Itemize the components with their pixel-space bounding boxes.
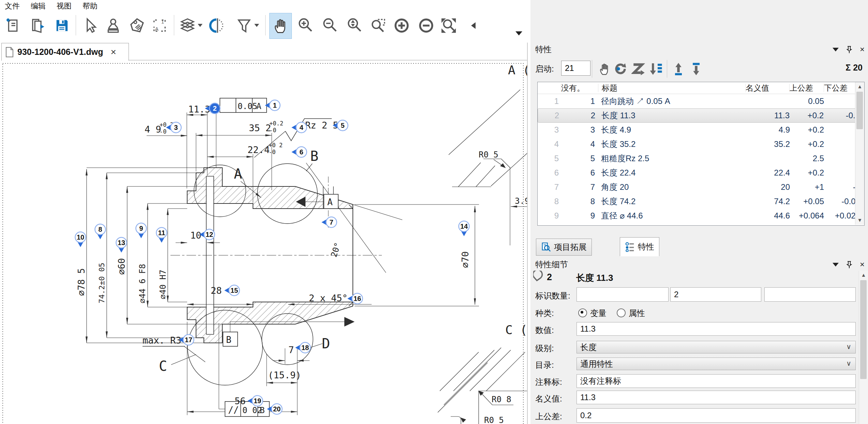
dim-text: 4 9 bbox=[145, 124, 161, 135]
radio-variable-label: 变量 bbox=[590, 308, 607, 319]
balloon-icon bbox=[533, 271, 545, 284]
balloon-7[interactable]: 7 bbox=[321, 217, 337, 228]
radio-variable[interactable] bbox=[578, 308, 587, 317]
list-down-icon[interactable] bbox=[648, 61, 664, 77]
filter-dropdown-icon[interactable] bbox=[254, 24, 259, 27]
dim-text: 0 02 bbox=[242, 406, 262, 415]
panel-close-icon[interactable]: × bbox=[860, 45, 865, 54]
filter-button[interactable] bbox=[233, 13, 255, 38]
dim-text: A bbox=[234, 166, 242, 182]
id-qty-input-1[interactable] bbox=[577, 287, 669, 302]
document-tab[interactable]: 930-1200-406-V1.dwg × bbox=[1, 43, 129, 61]
id-qty-input-2[interactable]: 2 bbox=[670, 287, 761, 302]
properties-table: 没有。标题名义值上公差下公差 11径向跳动 ↗ 0.05 A0.0522长度 1… bbox=[537, 82, 865, 226]
details-pin-icon[interactable] bbox=[846, 261, 852, 268]
detail-view-a bbox=[449, 90, 527, 187]
table-row-2[interactable]: 22长度 11.311.3+0.2-0.2 bbox=[538, 108, 864, 123]
panel-menu-icon[interactable] bbox=[833, 48, 839, 51]
tab-properties[interactable]: 特性 bbox=[620, 237, 659, 256]
save-button[interactable] bbox=[51, 13, 73, 38]
svg-text:12: 12 bbox=[206, 231, 213, 238]
dim-text: R0 5 bbox=[479, 150, 498, 160]
pin-icon[interactable] bbox=[846, 46, 852, 53]
balloon-1[interactable]: 1 bbox=[265, 100, 280, 111]
balloon-8[interactable]: 8 bbox=[95, 224, 106, 240]
mirror-button[interactable] bbox=[207, 13, 228, 38]
id-qty-input-3[interactable] bbox=[764, 287, 856, 302]
table-row-4[interactable]: 44长度 35.235.2+0.20 bbox=[538, 137, 864, 151]
dim-text: R0 8 bbox=[492, 395, 511, 404]
balloon-13[interactable]: 13 bbox=[116, 238, 127, 253]
balloon-18[interactable]: 18 bbox=[295, 343, 311, 353]
pan-hand-button[interactable] bbox=[269, 13, 292, 39]
table-header[interactable]: 没有。标题名义值上公差下公差 bbox=[538, 82, 864, 94]
drawing-viewport[interactable]: 11.34 9+0 2-035 2+0.2-022.4+0 2-0Rz 2 51… bbox=[0, 61, 527, 424]
table-row-5[interactable]: 55粗糙度Rz 2.52.5 bbox=[538, 151, 864, 166]
layers-dropdown-icon[interactable] bbox=[198, 24, 203, 27]
table-row-7[interactable]: 77角度 2020+1-1 bbox=[538, 180, 864, 194]
table-row-6[interactable]: 66长度 22.422.4+0.20 bbox=[538, 166, 864, 180]
nominal-input[interactable]: 11.3 bbox=[577, 391, 856, 404]
note-input[interactable]: 没有注释标 bbox=[577, 374, 856, 388]
tab-project-expand[interactable]: 项目拓展 bbox=[536, 239, 592, 256]
technical-drawing: 11.34 9+0 2-035 2+0.2-022.4+0 2-0Rz 2 51… bbox=[0, 61, 527, 424]
move-bottom-icon[interactable] bbox=[688, 61, 704, 77]
table-row-1[interactable]: 11径向跳动 ↗ 0.05 A0.05 bbox=[538, 94, 864, 108]
open-document-button[interactable] bbox=[27, 13, 49, 38]
balloon-15[interactable]: 15 bbox=[224, 285, 240, 296]
tab-list-dropdown-icon[interactable] bbox=[515, 31, 522, 35]
menu-item-2[interactable]: 编辑 bbox=[29, 0, 48, 12]
menu-item-3[interactable]: 视图 bbox=[55, 0, 74, 12]
start-input[interactable] bbox=[561, 61, 590, 76]
level-label: 级别: bbox=[535, 343, 554, 354]
table-row-9[interactable]: 99直径 ⌀ 44.644.6+0.064+0.025 bbox=[538, 209, 864, 223]
upper-tol-input[interactable]: 0.2 bbox=[577, 408, 856, 423]
properties-panel-title: 特性 bbox=[535, 44, 552, 55]
new-document-button[interactable] bbox=[3, 13, 25, 38]
right-panel: 特性 × 启动: Σ 20 没有。标题名义值上公 bbox=[530, 0, 868, 424]
balloon-6[interactable]: 6 bbox=[291, 147, 307, 157]
increase-button[interactable] bbox=[391, 13, 413, 38]
zoom-dynamic-button[interactable] bbox=[344, 13, 365, 38]
tab-close-icon[interactable]: × bbox=[111, 47, 116, 58]
value-input[interactable]: 11.3 bbox=[577, 322, 856, 336]
zoom-dynamic-icon bbox=[346, 17, 363, 34]
svg-text:3: 3 bbox=[174, 124, 178, 131]
details-menu-icon[interactable] bbox=[833, 263, 839, 267]
radio-attribute[interactable] bbox=[617, 308, 626, 317]
tag-button[interactable] bbox=[126, 13, 148, 38]
balloon-12[interactable]: 12 bbox=[199, 229, 215, 240]
balloon-10[interactable]: 10 bbox=[75, 232, 86, 247]
layers-button[interactable] bbox=[177, 13, 198, 38]
table-row-3[interactable]: 33长度 4.94.9+0.20 bbox=[538, 123, 864, 137]
balloon-14[interactable]: 14 bbox=[459, 221, 469, 237]
stamp-button[interactable] bbox=[102, 13, 124, 38]
rotate-icon[interactable] bbox=[612, 61, 629, 77]
balloon-11[interactable]: 11 bbox=[156, 228, 167, 243]
dim-text: max. R3 bbox=[143, 335, 181, 346]
balloon-4[interactable]: 4 bbox=[291, 122, 307, 133]
level-select[interactable]: 长度∨ bbox=[577, 341, 856, 353]
balloon-9[interactable]: 9 bbox=[136, 223, 147, 239]
z-order-icon[interactable] bbox=[630, 61, 646, 77]
menu-item-1[interactable]: 文件 bbox=[3, 0, 22, 12]
catalog-select[interactable]: 通用特性∨ bbox=[577, 358, 856, 370]
zoom-fit-button[interactable] bbox=[438, 13, 460, 38]
zoom-out-button[interactable] bbox=[319, 13, 341, 38]
table-scrollbar[interactable]: ▲ ▼ bbox=[855, 82, 864, 225]
details-close-icon[interactable]: × bbox=[860, 260, 865, 269]
select-cursor-button[interactable] bbox=[79, 13, 101, 38]
move-top-icon[interactable] bbox=[670, 61, 687, 77]
menu-item-4[interactable]: 帮助 bbox=[80, 0, 100, 12]
details-scrollbar[interactable]: ▲ bbox=[859, 271, 868, 424]
zoom-in-button[interactable] bbox=[295, 13, 316, 38]
pointer-hand-icon[interactable] bbox=[596, 61, 612, 77]
decrease-button[interactable] bbox=[415, 13, 437, 38]
details-panel-title: 特性细节 bbox=[535, 259, 568, 270]
collapse-arrow-button[interactable] bbox=[463, 13, 485, 38]
table-row-8[interactable]: 88长度 74.274.2+0.05-0.05 bbox=[538, 194, 864, 209]
svg-text:13: 13 bbox=[118, 239, 125, 246]
zoom-window-button[interactable] bbox=[368, 13, 389, 38]
dim-text: -0 bbox=[269, 127, 276, 134]
capture-region-button[interactable]: 1A bbox=[149, 13, 170, 38]
